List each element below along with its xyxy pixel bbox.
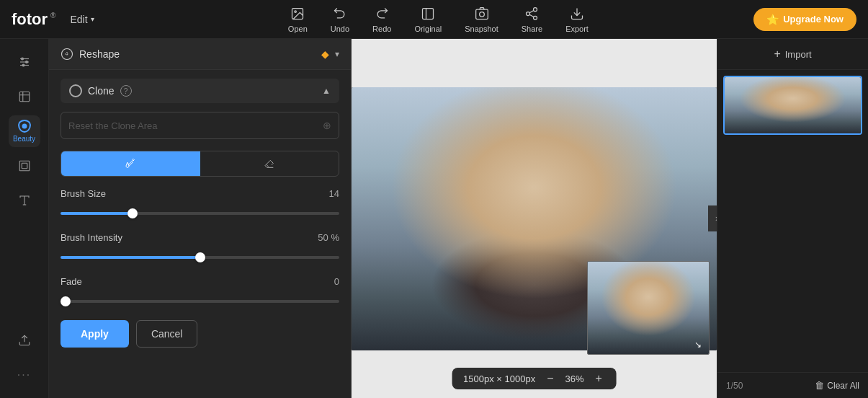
export-icon	[569, 6, 585, 22]
zoom-in-button[interactable]: +	[593, 373, 605, 384]
brush-intensity-label-row: Brush Intensity 50 %	[61, 232, 339, 243]
topbar-tools: Open Undo Redo Original	[123, 6, 754, 33]
chevron-down-icon: ▾	[91, 15, 94, 23]
topbar: fotor ® Edit ▾ Open Undo Redo	[0, 0, 868, 39]
eraser-button[interactable]	[200, 151, 339, 176]
chevron-up-icon[interactable]: ▲	[322, 86, 331, 96]
image-icon	[290, 6, 305, 22]
trash-icon: 🗑	[815, 380, 824, 391]
reshape-title: Reshape	[79, 48, 120, 60]
topbar-tool-export[interactable]: Export	[565, 6, 589, 33]
logo-text: fotor	[12, 10, 48, 29]
reshape-label-group: Reshape	[61, 48, 120, 61]
share-label: Share	[522, 25, 542, 33]
left-sidebar: Beauty ···	[0, 39, 49, 398]
eraser-icon	[264, 158, 275, 169]
brush-intensity-value: 50 %	[318, 232, 339, 243]
help-label: ?	[124, 87, 128, 95]
reset-label: Reset the Clone Area	[68, 120, 158, 131]
clone-title: Clone	[88, 85, 115, 97]
apply-button[interactable]: Apply	[61, 320, 129, 348]
sidebar-item-more[interactable]: ···	[9, 359, 40, 391]
topbar-tool-open[interactable]: Open	[288, 6, 308, 33]
svg-point-1	[295, 10, 297, 12]
snapshot-icon	[474, 6, 490, 22]
canvas-bottom-bar: 1500px × 1000px − 36% +	[452, 368, 617, 389]
thumbnail-item[interactable]	[723, 76, 862, 135]
logo: fotor ®	[12, 10, 55, 29]
svg-rect-18	[19, 161, 30, 171]
upgrade-button[interactable]: ⭐ Upgrade Now	[753, 8, 856, 31]
fade-label: Fade	[61, 276, 82, 287]
paintbrush-icon	[125, 158, 136, 169]
reshape-icon	[61, 48, 73, 61]
svg-point-16	[25, 61, 27, 63]
fade-control: Fade 0	[61, 276, 339, 306]
brush-intensity-control: Brush Intensity 50 %	[61, 232, 339, 262]
paint-brush-button[interactable]	[61, 151, 200, 176]
reset-clone-button[interactable]: Reset the Clone Area ⊕	[61, 112, 339, 139]
beauty-label: Beauty	[13, 135, 35, 143]
clear-all-label: Clear All	[827, 381, 859, 391]
expand-icon: ↘	[694, 340, 706, 351]
sidebar-item-adjust[interactable]	[9, 46, 40, 78]
import-label: Import	[785, 49, 812, 60]
svg-rect-4	[475, 9, 488, 19]
mini-preview: ↘	[587, 261, 710, 355]
topbar-tool-undo[interactable]: Undo	[331, 6, 349, 33]
export-label: Export	[565, 25, 589, 33]
help-button[interactable]: ?	[120, 85, 132, 97]
undo-icon	[332, 6, 348, 22]
tools-panel: Reshape ◆ ▾ Clone ? ▲ Reset t	[49, 39, 352, 398]
zoom-level: 36%	[565, 373, 584, 384]
sidebar-item-frames[interactable]	[9, 150, 40, 182]
main-body: Beauty ··· Reshape ◆ ▾	[0, 39, 868, 398]
brush-size-control: Brush Size 14	[61, 188, 339, 218]
brush-intensity-slider[interactable]	[61, 256, 339, 259]
topbar-tool-original[interactable]: Original	[414, 6, 442, 33]
svg-line-10	[530, 10, 534, 12]
zoom-out-button[interactable]: −	[544, 373, 556, 384]
thumbnails-area	[717, 70, 868, 372]
mini-preview-image	[588, 262, 709, 354]
sidebar-item-beauty[interactable]: Beauty	[9, 115, 40, 147]
svg-point-17	[22, 64, 24, 66]
brush-toggle	[61, 151, 339, 177]
chevron-down-icon: ▾	[335, 49, 339, 59]
canvas-dimensions: 1500px × 1000px	[463, 373, 535, 384]
topbar-tool-snapshot[interactable]: Snapshot	[465, 6, 498, 33]
edit-menu[interactable]: Edit ▾	[70, 14, 94, 25]
original-icon	[420, 6, 436, 22]
fade-value: 0	[334, 276, 339, 287]
svg-line-9	[530, 14, 534, 17]
sidebar-item-text[interactable]	[9, 185, 40, 216]
svg-rect-19	[22, 163, 27, 169]
sidebar-item-upload[interactable]	[9, 324, 40, 356]
share-icon	[524, 6, 540, 22]
canvas-area: ↘ 1500px × 1000px − 36% + ›	[352, 39, 717, 398]
brush-size-label-row: Brush Size 14	[61, 188, 339, 199]
dots-icon: ···	[17, 368, 31, 381]
edit-label: Edit	[70, 14, 87, 25]
redo-icon	[374, 6, 390, 22]
brush-size-slider[interactable]	[61, 212, 339, 215]
collapse-panel-button[interactable]: ›	[708, 205, 717, 231]
redo-label: Redo	[372, 25, 391, 33]
topbar-tool-share[interactable]: Share	[522, 6, 542, 33]
svg-point-8	[534, 16, 537, 19]
reshape-section-header: Reshape ◆ ▾	[49, 39, 351, 70]
svg-point-6	[534, 7, 537, 11]
fade-slider[interactable]	[61, 300, 339, 303]
cancel-button[interactable]: Cancel	[136, 320, 198, 348]
sidebar-item-effects[interactable]	[9, 81, 40, 112]
plus-icon: +	[774, 48, 780, 61]
upgrade-label: Upgrade Now	[783, 14, 844, 25]
eye-icon	[18, 120, 31, 133]
clear-all-button[interactable]: 🗑 Clear All	[815, 380, 859, 391]
import-button[interactable]: + Import	[717, 39, 868, 70]
undo-label: Undo	[331, 25, 349, 33]
brush-intensity-label: Brush Intensity	[61, 232, 122, 243]
topbar-tool-redo[interactable]: Redo	[372, 6, 391, 33]
clone-header: Clone ? ▲	[61, 79, 339, 103]
brush-size-value: 14	[329, 188, 339, 199]
